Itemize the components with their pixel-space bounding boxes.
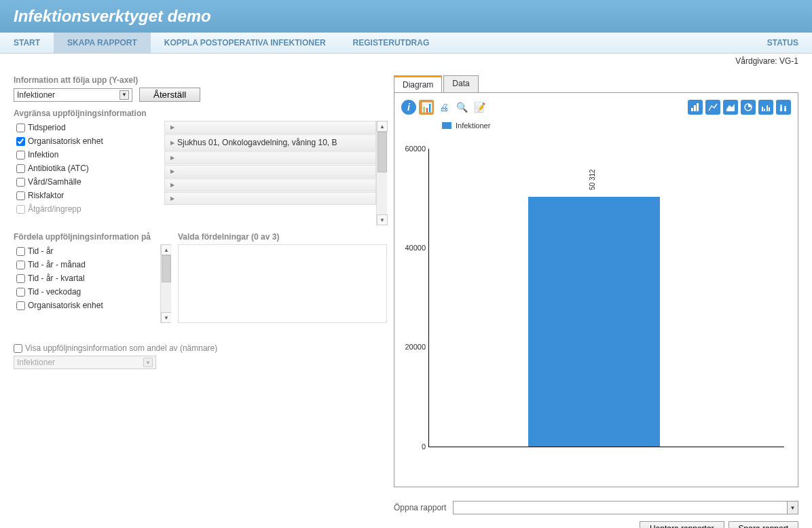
- info-label: Information att följa upp (Y-axel): [14, 75, 387, 85]
- manage-reports-button[interactable]: Hantera rapporter: [640, 521, 724, 528]
- print-icon[interactable]: 🖨: [437, 100, 451, 115]
- grouped-bar-icon[interactable]: [758, 100, 773, 115]
- expand-item-org[interactable]: ▶Sjukhus 01, Onkologavdelning, våning 10…: [164, 134, 376, 151]
- fordela-check-tid-ar[interactable]: [16, 247, 25, 256]
- chart-axis: 60000 40000 20000 0 50 312: [428, 149, 784, 447]
- caret-right-icon: ▶: [170, 195, 174, 202]
- info-select-value: Infektioner: [17, 90, 55, 100]
- app-title: Infektionsverktyget demo: [14, 7, 798, 26]
- caret-right-icon: ▶: [170, 155, 174, 161]
- chart-legend: Infektioner: [442, 121, 791, 130]
- area-chart-icon[interactable]: [723, 100, 738, 115]
- ytick: 0: [395, 442, 426, 451]
- valda-box: [178, 244, 387, 323]
- reset-button[interactable]: Återställ: [139, 88, 200, 102]
- svg-rect-6: [764, 109, 765, 111]
- line-chart-icon[interactable]: [705, 100, 720, 115]
- caret-right-icon: ▶: [170, 140, 174, 146]
- scroll-up-icon[interactable]: ▲: [377, 121, 388, 132]
- expand-item[interactable]: ▶: [164, 121, 376, 134]
- fordela-label-item: Tid - år - månad: [28, 260, 86, 269]
- scroll-down-icon[interactable]: ▼: [161, 312, 171, 323]
- ytick: 20000: [395, 343, 426, 351]
- tab-data[interactable]: Data: [443, 75, 478, 92]
- fordela-label-item: Organisatorisk enhet: [28, 301, 103, 310]
- valda-label: Valda fördelningar (0 av 3): [178, 232, 387, 242]
- filter-label-org-enhet: Organisatorisk enhet: [28, 136, 103, 146]
- fordela-list: Tid - år Tid - år - månad Tid - år - kva…: [14, 244, 171, 323]
- powerpoint-icon[interactable]: 📊: [419, 100, 434, 115]
- scroll-up-icon[interactable]: ▲: [161, 244, 171, 255]
- share-label: Visa uppföljningsinformation som andel a…: [25, 343, 217, 353]
- fordela-check-org-enhet[interactable]: [16, 301, 25, 310]
- chart-area: Infektioner 60000 40000 20000 0 50 312: [401, 121, 791, 468]
- fordela-check-tid-manad[interactable]: [16, 261, 25, 269]
- filter-label-infektion: Infektion: [28, 150, 58, 159]
- scroll-thumb[interactable]: [162, 255, 171, 282]
- share-select-value: Infektioner: [17, 358, 55, 367]
- left-panel: Information att följa upp (Y-axel) Infek…: [14, 75, 387, 528]
- expand-item[interactable]: ▶: [164, 151, 376, 164]
- fordela-check-tid-kvartal[interactable]: [16, 274, 25, 283]
- fordela-label-item: Tid - år: [28, 246, 54, 256]
- share-select: Infektioner ▼: [14, 356, 156, 369]
- nav-tab-registerutdrag[interactable]: REGISTERUTDRAG: [339, 33, 443, 53]
- dropdown-arrow-icon: ▼: [143, 358, 153, 367]
- filter-check-riskfaktor[interactable]: [16, 191, 25, 200]
- filter-scrollbar[interactable]: ▲ ▼: [376, 121, 387, 225]
- chart-bar: [528, 197, 660, 447]
- filter-check-antibiotika[interactable]: [16, 164, 25, 173]
- ytick: 60000: [395, 145, 426, 153]
- stacked-bar-icon[interactable]: [776, 100, 791, 115]
- svg-rect-1: [694, 105, 696, 111]
- bar-chart-icon[interactable]: [688, 100, 703, 115]
- legend-color-icon: [442, 122, 451, 129]
- fordela-scrollbar[interactable]: ▲ ▼: [160, 244, 171, 323]
- scroll-down-icon[interactable]: ▼: [377, 214, 388, 225]
- filter-expand-list: ▶ ▶Sjukhus 01, Onkologavdelning, våning …: [164, 121, 387, 205]
- dropdown-arrow-icon: ▼: [119, 90, 129, 100]
- fordela-label-item: Tid - veckodag: [28, 287, 81, 297]
- filter-checkbox-list: Tidsperiod Organisatorisk enhet Infektio…: [14, 121, 164, 225]
- bar-value-label: 50 312: [589, 170, 596, 191]
- open-report-select[interactable]: ▼: [453, 501, 798, 514]
- tab-diagram[interactable]: Diagram: [394, 75, 442, 92]
- filter-check-tidsperiod[interactable]: [16, 124, 25, 132]
- expand-item[interactable]: ▶: [164, 192, 376, 205]
- ytick: 40000: [395, 244, 426, 252]
- nav-tab-koppla[interactable]: KOPPLA POSTOPERATIVA INFEKTIONER: [151, 33, 339, 53]
- svg-rect-7: [767, 105, 768, 111]
- expand-item[interactable]: ▶: [164, 178, 376, 191]
- info-select[interactable]: Infektioner ▼: [14, 88, 132, 102]
- open-report-label: Öppna rapport: [394, 503, 446, 512]
- share-checkbox[interactable]: [14, 344, 22, 353]
- caret-right-icon: ▶: [170, 168, 174, 174]
- svg-rect-2: [697, 103, 699, 111]
- pie-chart-icon[interactable]: [741, 100, 756, 115]
- caret-right-icon: ▶: [170, 124, 174, 130]
- filter-check-org-enhet[interactable]: [16, 137, 25, 146]
- filter-label-atgard: Åtgärd/ingrepp: [28, 204, 81, 214]
- nav-tab-status[interactable]: STATUS: [754, 33, 812, 53]
- filter-label-antibiotika: Antibiotika (ATC): [28, 164, 89, 173]
- nav-tab-start[interactable]: START: [0, 33, 54, 53]
- edit-icon[interactable]: 📝: [472, 100, 487, 115]
- fordela-check-tid-veckodag[interactable]: [16, 288, 25, 297]
- save-report-button[interactable]: Spara rapport: [728, 521, 798, 528]
- main-navbar: START SKAPA RAPPORT KOPPLA POSTOPERATIVA…: [0, 33, 812, 54]
- expand-value: Sjukhus 01, Onkologavdelning, våning 10,…: [177, 138, 337, 147]
- legend-label: Infektioner: [456, 121, 490, 130]
- filter-check-vard[interactable]: [16, 178, 25, 187]
- filter-label-riskfaktor: Riskfaktor: [28, 191, 64, 200]
- svg-rect-0: [691, 108, 693, 111]
- scroll-thumb[interactable]: [377, 132, 387, 172]
- svg-rect-10: [780, 105, 782, 107]
- expand-item[interactable]: ▶: [164, 165, 376, 178]
- subheader-vardgivare: Vårdgivare: VG-1: [0, 54, 812, 69]
- fordela-label-item: Tid - år - kvartal: [28, 274, 85, 283]
- info-icon[interactable]: i: [401, 100, 416, 115]
- filter-check-infektion[interactable]: [16, 151, 25, 159]
- filter-check-atgard[interactable]: [16, 205, 25, 214]
- zoom-icon[interactable]: 🔍: [454, 100, 469, 115]
- nav-tab-skapa-rapport[interactable]: SKAPA RAPPORT: [54, 33, 151, 53]
